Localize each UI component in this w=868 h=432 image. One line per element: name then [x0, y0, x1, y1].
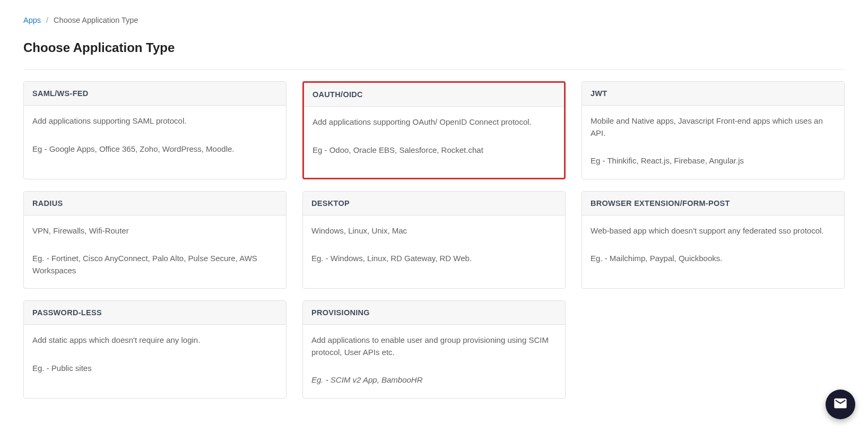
card-body: Add applications supporting OAuth/ OpenI… — [304, 107, 564, 168]
app-type-card[interactable]: PASSWORD-LESSAdd static apps which doesn… — [23, 300, 287, 399]
card-example: Eg. - Public sites — [32, 362, 277, 375]
card-title: JWT — [591, 89, 836, 98]
app-type-card[interactable]: RADIUSVPN, Firewalls, Wifi-RouterEg. - F… — [23, 191, 287, 289]
breadcrumb-current: Choose Application Type — [54, 16, 138, 24]
breadcrumb-link-apps[interactable]: Apps — [23, 16, 41, 24]
card-description: Add static apps which doesn't require an… — [32, 334, 277, 347]
card-title: SAML/WS-FED — [32, 89, 277, 98]
app-type-card[interactable]: DESKTOPWindows, Linux, Unix, MacEg. - Wi… — [302, 191, 566, 289]
app-type-card[interactable]: OAUTH/OIDCAdd applications supporting OA… — [302, 81, 566, 179]
card-title: RADIUS — [32, 199, 277, 208]
chat-icon — [833, 396, 848, 413]
page-title: Choose Application Type — [23, 40, 845, 55]
card-body: Windows, Linux, Unix, MacEg. - Windows, … — [303, 215, 565, 277]
card-header: PROVISIONING — [303, 301, 565, 325]
app-type-card[interactable]: JWTMobile and Native apps, Javascript Fr… — [581, 81, 845, 179]
card-description: Mobile and Native apps, Javascript Front… — [591, 115, 836, 139]
card-example: Eg. - Fortinet, Cisco AnyConnect, Palo A… — [32, 253, 277, 277]
card-description: Add applications to enable user and grou… — [311, 334, 557, 358]
breadcrumb-separator: / — [46, 16, 48, 24]
card-description: Web-based app which doesn't support any … — [591, 225, 836, 237]
card-header: BROWSER EXTENSION/FORM-POST — [582, 192, 844, 215]
card-example: Eg - Thinkific, React.js, Firebase, Angu… — [591, 155, 836, 167]
card-description: Add applications supporting SAML protoco… — [32, 115, 277, 127]
chat-button[interactable] — [826, 390, 855, 419]
card-example: Eg. - Windows, Linux, RD Gateway, RD Web… — [311, 253, 557, 265]
divider — [23, 69, 845, 70]
card-header: JWT — [582, 82, 844, 106]
card-body: Add applications to enable user and grou… — [303, 325, 565, 398]
card-header: OAUTH/OIDC — [304, 83, 564, 107]
card-description: Windows, Linux, Unix, Mac — [311, 225, 557, 237]
breadcrumb: Apps / Choose Application Type — [23, 16, 845, 24]
card-header: RADIUS — [24, 192, 286, 215]
card-header: PASSWORD-LESS — [24, 301, 286, 325]
card-body: Web-based app which doesn't support any … — [582, 215, 844, 277]
card-body: Add static apps which doesn't require an… — [24, 325, 286, 386]
cards-grid: SAML/WS-FEDAdd applications supporting S… — [23, 81, 845, 399]
card-example: Eg. - Mailchimp, Paypal, Quickbooks. — [591, 253, 836, 265]
card-title: BROWSER EXTENSION/FORM-POST — [591, 199, 836, 208]
card-title: PASSWORD-LESS — [32, 308, 277, 317]
card-body: VPN, Firewalls, Wifi-RouterEg. - Fortine… — [24, 215, 286, 289]
app-type-card[interactable]: BROWSER EXTENSION/FORM-POSTWeb-based app… — [581, 191, 845, 289]
card-body: Add applications supporting SAML protoco… — [24, 106, 286, 167]
card-body: Mobile and Native apps, Javascript Front… — [582, 106, 844, 179]
card-title: PROVISIONING — [311, 308, 557, 317]
card-title: DESKTOP — [311, 199, 557, 208]
card-description: VPN, Firewalls, Wifi-Router — [32, 225, 277, 237]
card-header: SAML/WS-FED — [24, 82, 286, 106]
card-example: Eg - Google Apps, Office 365, Zoho, Word… — [32, 143, 277, 155]
card-example: Eg - Odoo, Oracle EBS, Salesforce, Rocke… — [313, 144, 555, 157]
card-description: Add applications supporting OAuth/ OpenI… — [313, 116, 555, 128]
card-example: Eg. - SCIM v2 App, BambooHR — [311, 374, 557, 386]
app-type-card[interactable]: SAML/WS-FEDAdd applications supporting S… — [23, 81, 287, 179]
card-header: DESKTOP — [303, 192, 565, 215]
card-title: OAUTH/OIDC — [313, 90, 555, 99]
app-type-card[interactable]: PROVISIONINGAdd applications to enable u… — [302, 300, 566, 399]
